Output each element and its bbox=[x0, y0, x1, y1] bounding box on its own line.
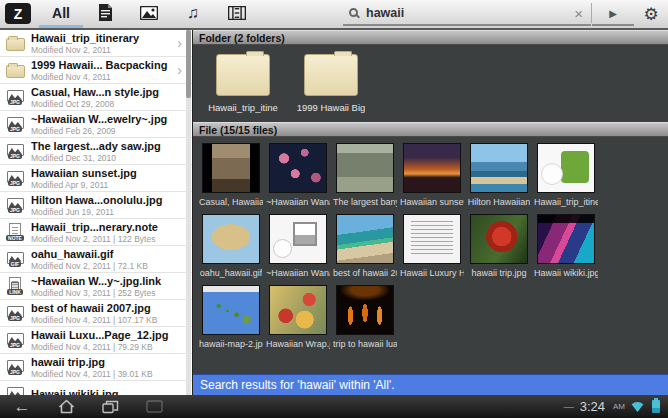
file-type-badge: JPG bbox=[8, 369, 22, 375]
system-navigation-bar: ← — 3:24 AM bbox=[0, 395, 668, 418]
file-type-badge: JPG bbox=[8, 126, 22, 132]
list-item-file[interactable]: GIF oahu_hawaii.gif Modified Nov 2, 2011… bbox=[0, 246, 192, 273]
file-label: hawaii-map-2.jpg bbox=[199, 339, 263, 349]
file-type-badge: GIF bbox=[9, 261, 21, 267]
item-name: Hawaii_trip...nerary.note bbox=[31, 221, 192, 234]
list-item-folder[interactable]: 1999 Hawaii... Bacpacking Modified Nov 4… bbox=[0, 57, 192, 84]
search-icon bbox=[349, 8, 358, 17]
list-item-file[interactable]: JPG The largest...ady saw.jpg Modified D… bbox=[0, 138, 192, 165]
film-icon bbox=[228, 6, 246, 20]
file-label: ~Hawaiian Wana bbox=[266, 268, 330, 278]
search-results-text: Search results for 'hawaii' within 'All'… bbox=[200, 378, 395, 392]
list-item-file[interactable]: JPG Hawaiian sunset.jpg Modified Apr 9, … bbox=[0, 165, 192, 192]
jpg-file-icon: JPG bbox=[3, 198, 27, 213]
file-tile[interactable]: oahu_hawaii.gif bbox=[198, 214, 264, 278]
file-label: oahu_hawaii.gif bbox=[200, 268, 263, 278]
file-label: Hawaii_trip_itine bbox=[534, 197, 598, 207]
file-type-badge: JPG bbox=[8, 315, 22, 321]
file-tile[interactable]: The largest bany bbox=[332, 143, 398, 207]
list-item-file[interactable]: JPG Hawaii wikiki.jpg bbox=[0, 381, 192, 395]
file-type-badge: LINK bbox=[7, 289, 23, 295]
item-name: ~Hawaiian W...y~.jpg.link bbox=[31, 275, 192, 288]
item-name: Hawaiian sunset.jpg bbox=[31, 167, 192, 180]
search-go-button[interactable]: ▶ bbox=[592, 2, 634, 26]
item-detail: Modified Nov 2, 2011 bbox=[31, 45, 175, 55]
file-tile[interactable]: ~Hawaiian Wana bbox=[265, 143, 331, 207]
item-name: oahu_hawaii.gif bbox=[31, 248, 192, 261]
list-item-file[interactable]: NOTE Hawaii_trip...nerary.note Modified … bbox=[0, 219, 192, 246]
file-tile[interactable]: Casual, Hawaiian bbox=[198, 143, 264, 207]
item-name: The largest...ady saw.jpg bbox=[31, 140, 192, 153]
tab-video[interactable] bbox=[215, 0, 259, 28]
link-file-icon: LINK bbox=[3, 277, 27, 295]
item-detail: Modified Nov 3, 2011 | 252 Bytes bbox=[31, 288, 192, 298]
tab-all[interactable]: All bbox=[39, 0, 83, 28]
list-item-file[interactable]: JPG Casual, Haw...n style.jpg Modified O… bbox=[0, 84, 192, 111]
list-item-file[interactable]: JPG Hawaii Luxu...Page_12.jpg Modified N… bbox=[0, 327, 192, 354]
jpg-file-icon: JPG bbox=[3, 171, 27, 186]
folder-icon bbox=[3, 63, 27, 78]
folder-tile[interactable]: Hawaii_trip_itine bbox=[203, 50, 283, 122]
tab-images[interactable] bbox=[127, 0, 171, 28]
gif-file-icon: GIF bbox=[3, 252, 27, 267]
item-name: hawaii trip.jpg bbox=[31, 356, 192, 369]
file-tile[interactable]: Hilton Hawaiian bbox=[466, 143, 532, 207]
list-item-file[interactable]: JPG hawaii trip.jpg Modified Nov 4, 2011… bbox=[0, 354, 192, 381]
thumbnail-image bbox=[202, 214, 260, 264]
file-tile[interactable]: Hawaiian Wrap.jp bbox=[265, 285, 331, 349]
file-tile[interactable]: hawaii trip.jpg bbox=[466, 214, 532, 278]
recent-apps-button[interactable] bbox=[88, 395, 132, 418]
clear-search-icon[interactable]: × bbox=[566, 5, 591, 22]
sidebar-scrollbar[interactable] bbox=[186, 30, 191, 395]
list-item-file[interactable]: JPG ~Hawaiian W...ewelry~.jpg Modified F… bbox=[0, 111, 192, 138]
item-name: Hawaii_trip_itinerary bbox=[31, 32, 175, 45]
thumbnail-image bbox=[403, 143, 461, 193]
music-note-icon: ♫ bbox=[187, 5, 199, 21]
list-item-folder[interactable]: Hawaii_trip_itinerary Modified Nov 2, 20… bbox=[0, 30, 192, 57]
app-logo-letter: Z bbox=[14, 6, 23, 22]
item-detail: Modified Apr 9, 2011 bbox=[31, 180, 192, 190]
file-tile[interactable]: best of hawaii 20 bbox=[332, 214, 398, 278]
file-label: trip to hawaii lua bbox=[333, 339, 397, 349]
jpg-file-icon: JPG bbox=[3, 117, 27, 132]
file-tile[interactable]: Hawaii Luxury Ho bbox=[399, 214, 465, 278]
list-item-file[interactable]: JPG best of hawaii 2007.jpg Modified Nov… bbox=[0, 300, 192, 327]
file-tile[interactable]: Hawaii wikiki.jpg bbox=[533, 214, 599, 278]
settings-button[interactable]: ⚙ bbox=[634, 0, 668, 28]
scrollbar-thumb[interactable] bbox=[186, 30, 191, 98]
file-section-header: File (15/15 files) bbox=[193, 122, 668, 137]
search-input[interactable] bbox=[364, 5, 566, 21]
home-icon bbox=[58, 399, 75, 414]
file-tile[interactable]: hawaii-map-2.jpg bbox=[198, 285, 264, 349]
top-bar-spacer bbox=[259, 0, 343, 28]
jpg-file-icon: JPG bbox=[3, 90, 27, 105]
search-field[interactable]: × bbox=[343, 2, 591, 26]
wifi-icon bbox=[631, 401, 644, 412]
list-item-file[interactable]: JPG Hilton Hawa...onolulu.jpg Modified J… bbox=[0, 192, 192, 219]
top-bar: Z All ♫ × ▶ ⚙ bbox=[0, 0, 668, 30]
screenshot-button[interactable] bbox=[132, 395, 176, 418]
item-detail: Modified Nov 2, 2011 | 122 Bytes bbox=[31, 234, 192, 244]
folder-icon bbox=[216, 54, 270, 96]
file-label: The largest bany bbox=[333, 197, 397, 207]
file-tile[interactable]: Hawaii_trip_itine bbox=[533, 143, 599, 207]
tab-documents[interactable] bbox=[83, 0, 127, 28]
folder-header-label: Folder (2 folders) bbox=[199, 32, 285, 44]
item-detail: Modified Jun 19, 2011 bbox=[31, 207, 192, 217]
file-tile[interactable]: ~Hawaiian Wana bbox=[265, 214, 331, 278]
home-button[interactable] bbox=[44, 395, 88, 418]
thumbnail-image bbox=[336, 214, 394, 264]
file-tile[interactable]: Hawaiian sunset. bbox=[399, 143, 465, 207]
file-tile[interactable]: trip to hawaii lua bbox=[332, 285, 398, 349]
app-logo[interactable]: Z bbox=[5, 3, 31, 24]
note-file-icon: NOTE bbox=[3, 223, 27, 241]
file-type-badge: JPG bbox=[8, 99, 22, 105]
tab-music[interactable]: ♫ bbox=[171, 0, 215, 28]
thumbnail-image bbox=[202, 143, 260, 193]
status-cluster[interactable]: — 3:24 AM bbox=[564, 399, 668, 414]
list-item-file[interactable]: LINK ~Hawaiian W...y~.jpg.link Modified … bbox=[0, 273, 192, 300]
back-button[interactable]: ← bbox=[0, 395, 44, 418]
item-detail: Modified Nov 4, 2011 | 39.01 KB bbox=[31, 369, 192, 379]
jpg-file-icon: JPG bbox=[3, 144, 27, 159]
folder-tile[interactable]: 1999 Hawaii Big bbox=[291, 50, 371, 122]
